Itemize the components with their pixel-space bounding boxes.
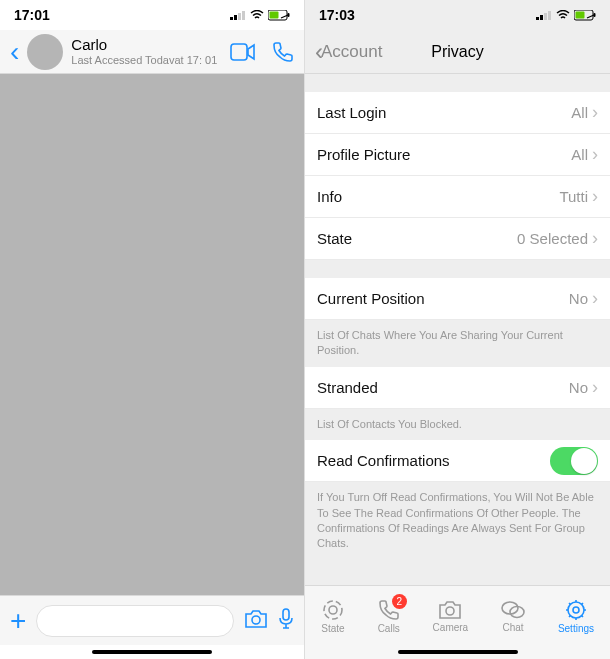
tab-label: Calls bbox=[378, 623, 400, 634]
svg-rect-7 bbox=[231, 44, 247, 60]
camera-icon[interactable] bbox=[244, 609, 268, 633]
chat-title-block[interactable]: Carlo Last Accessed Todavat 17: 01 bbox=[71, 37, 222, 66]
status-icons bbox=[230, 10, 290, 21]
chevron-right-icon: › bbox=[592, 228, 598, 249]
settings-nav-header: ‹ Account Privacy bbox=[305, 30, 610, 74]
chevron-right-icon: › bbox=[592, 377, 598, 398]
chevron-right-icon: › bbox=[592, 186, 598, 207]
status-bar-right: 17:03 bbox=[305, 0, 610, 30]
svg-rect-9 bbox=[283, 609, 289, 620]
privacy-settings-screen: 17:03 ‹ Account Privacy Last Login All› … bbox=[305, 0, 610, 659]
chevron-right-icon: › bbox=[592, 102, 598, 123]
row-value: No bbox=[569, 290, 588, 307]
tab-calls[interactable]: 2 Calls bbox=[377, 598, 401, 634]
row-last-login[interactable]: Last Login All› bbox=[305, 92, 610, 134]
row-read-confirmations: Read Confirmations bbox=[305, 440, 610, 482]
avatar[interactable] bbox=[27, 34, 63, 70]
row-stranded[interactable]: Stranded No› bbox=[305, 367, 610, 409]
chat-header: ‹ Carlo Last Accessed Todavat 17: 01 bbox=[0, 30, 304, 74]
tab-label: Camera bbox=[433, 622, 469, 633]
status-icons bbox=[536, 10, 596, 21]
microphone-icon[interactable] bbox=[278, 608, 294, 634]
svg-rect-12 bbox=[544, 13, 547, 20]
row-label: State bbox=[317, 230, 352, 247]
calls-badge: 2 bbox=[392, 594, 407, 609]
chevron-right-icon: › bbox=[592, 288, 598, 309]
svg-rect-15 bbox=[576, 11, 585, 18]
back-icon[interactable]: ‹ bbox=[10, 36, 19, 68]
tab-label: State bbox=[321, 623, 344, 634]
svg-point-23 bbox=[573, 607, 579, 613]
row-label: Info bbox=[317, 188, 342, 205]
svg-point-19 bbox=[446, 607, 454, 615]
chat-screen: 17:01 ‹ Carlo Last Accessed Todavat 17: … bbox=[0, 0, 305, 659]
tab-label: Settings bbox=[558, 623, 594, 634]
row-value: Tutti bbox=[559, 188, 588, 205]
row-label: Read Confirmations bbox=[317, 452, 450, 469]
svg-rect-3 bbox=[242, 11, 245, 20]
status-icon bbox=[321, 598, 345, 622]
contact-name: Carlo bbox=[71, 37, 222, 54]
camera-icon bbox=[438, 599, 462, 621]
message-input[interactable] bbox=[36, 605, 234, 637]
status-bar-left: 17:01 bbox=[0, 0, 304, 30]
tab-state[interactable]: State bbox=[321, 598, 345, 634]
svg-rect-11 bbox=[540, 15, 543, 20]
row-label: Profile Picture bbox=[317, 146, 410, 163]
read-confirmations-toggle[interactable] bbox=[550, 447, 598, 475]
tab-settings[interactable]: Settings bbox=[558, 598, 594, 634]
tab-camera[interactable]: Camera bbox=[433, 599, 469, 633]
attach-icon[interactable]: + bbox=[10, 605, 26, 637]
svg-point-17 bbox=[324, 601, 342, 619]
row-value: All bbox=[571, 146, 588, 163]
row-state[interactable]: State 0 Selected› bbox=[305, 218, 610, 260]
page-title: Privacy bbox=[431, 43, 483, 61]
voice-call-icon[interactable] bbox=[272, 41, 294, 63]
gear-icon bbox=[564, 598, 588, 622]
svg-point-18 bbox=[329, 606, 337, 614]
chat-messages-area[interactable] bbox=[0, 74, 304, 595]
footer-position: List Of Chats Where You Are Sharing Your… bbox=[305, 320, 610, 367]
settings-list[interactable]: Last Login All› Profile Picture All› Inf… bbox=[305, 74, 610, 585]
svg-rect-13 bbox=[548, 11, 551, 20]
tab-bar: State 2 Calls Camera Chat Settings bbox=[305, 585, 610, 645]
row-value: All bbox=[571, 104, 588, 121]
back-label: Account bbox=[321, 42, 382, 62]
status-time: 17:03 bbox=[319, 7, 355, 23]
row-value: No bbox=[569, 379, 588, 396]
row-label: Last Login bbox=[317, 104, 386, 121]
tab-chat[interactable]: Chat bbox=[500, 599, 526, 633]
row-value: 0 Selected bbox=[517, 230, 588, 247]
row-label: Current Position bbox=[317, 290, 425, 307]
svg-point-8 bbox=[252, 616, 260, 624]
svg-rect-10 bbox=[536, 17, 539, 20]
tab-label: Chat bbox=[502, 622, 523, 633]
footer-stranded: List Of Contacts You Blocked. bbox=[305, 409, 610, 440]
video-call-icon[interactable] bbox=[230, 43, 256, 61]
status-time: 17:01 bbox=[14, 7, 50, 23]
home-indicator bbox=[0, 645, 304, 659]
svg-rect-2 bbox=[238, 13, 241, 20]
svg-rect-5 bbox=[270, 11, 279, 18]
svg-rect-1 bbox=[234, 15, 237, 20]
home-indicator bbox=[305, 645, 610, 659]
footer-read: If You Turn Off Read Confirmations, You … bbox=[305, 482, 610, 560]
chat-icon bbox=[500, 599, 526, 621]
row-info[interactable]: Info Tutti› bbox=[305, 176, 610, 218]
chat-input-bar: + bbox=[0, 595, 304, 645]
row-profile-picture[interactable]: Profile Picture All› bbox=[305, 134, 610, 176]
row-current-position[interactable]: Current Position No› bbox=[305, 278, 610, 320]
back-to-account[interactable]: ‹ Account bbox=[315, 38, 382, 66]
last-seen-label: Last Accessed Todavat 17: 01 bbox=[71, 54, 222, 66]
svg-rect-0 bbox=[230, 17, 233, 20]
row-label: Stranded bbox=[317, 379, 378, 396]
chevron-right-icon: › bbox=[592, 144, 598, 165]
